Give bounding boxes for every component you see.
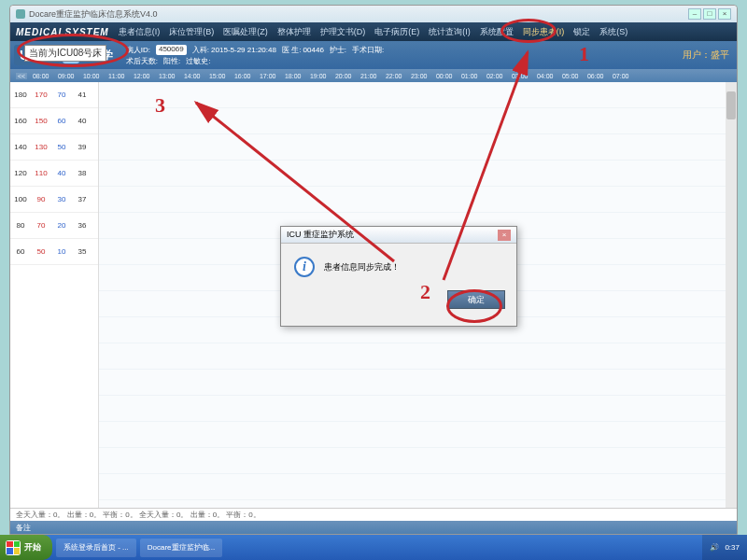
start-label: 开始	[24, 541, 41, 553]
scale-cell: 35	[72, 247, 92, 256]
tray-icon[interactable]: 🔊	[710, 543, 719, 552]
timeline-hour[interactable]: 15:00	[205, 73, 229, 79]
windows-icon	[6, 540, 21, 555]
summary-bar: 全天入量：0。 出量：0。 平衡：0。 全天入量：0。 出量：0。 平衡：0。	[10, 508, 737, 521]
summary-text: 全天入量：0。 出量：0。 平衡：0。 全天入量：0。 出量：0。 平衡：0。	[16, 510, 261, 520]
footer-label: 备注	[16, 523, 31, 533]
label-op-date: 手术日期:	[352, 45, 384, 55]
timeline-hour[interactable]: 03:00	[508, 73, 531, 79]
scale-cell: 30	[51, 195, 72, 203]
minimize-button[interactable]: –	[688, 8, 701, 20]
scale-cell: 37	[72, 195, 92, 203]
vertical-scrollbar[interactable]	[726, 82, 737, 508]
scale-cell: 60	[51, 117, 72, 125]
timeline-hour[interactable]: 00:00	[432, 73, 456, 79]
maximize-button[interactable]: □	[703, 8, 716, 20]
menu-patient-info[interactable]: 患者信息(I)	[119, 26, 161, 38]
menu-stats[interactable]: 统计查询(I)	[429, 26, 471, 38]
menu-sync-patient[interactable]: 同步患者(I)	[523, 26, 565, 38]
timeline-hour[interactable]: 22:00	[382, 73, 405, 79]
tray-clock: 0:37	[725, 543, 740, 552]
timeline-hour[interactable]: 23:00	[407, 73, 430, 79]
menu-bed-mgmt[interactable]: 床位管理(B)	[169, 26, 214, 38]
current-bed-overlay: 当前为ICU08号床	[24, 45, 106, 62]
label-doctor: 医 生: 00446	[282, 45, 324, 55]
footer-bar: 备注	[10, 521, 737, 534]
scale-cell: 38	[72, 169, 92, 177]
timeline-hour[interactable]: 08:00	[29, 73, 52, 79]
dialog-title: ICU 重症监护系统	[287, 229, 354, 241]
dialog-ok-button[interactable]: 确定	[447, 290, 505, 309]
timeline-hour[interactable]: 13:00	[155, 73, 178, 79]
label-postop: 术后天数:	[126, 56, 158, 66]
timeline-hour[interactable]: 18:00	[281, 73, 304, 79]
timeline-hour[interactable]: 01:00	[458, 73, 481, 79]
scale-cell: 40	[51, 169, 72, 177]
menubar: MEDICALSYSTEM 患者信息(I) 床位管理(B) 医嘱处理(Z) 整体…	[10, 22, 737, 41]
taskbar-item-label: Docare重症监护临...	[148, 542, 215, 553]
window-title: Docare重症监护临床信息系统V4.0	[29, 8, 158, 21]
timeline-hour[interactable]: 10:00	[79, 73, 103, 79]
timeline-hour[interactable]: 17:00	[256, 73, 279, 79]
sync-dialog: ICU 重症监护系统 × i 患者信息同步完成！ 确定	[280, 226, 517, 327]
logo: MEDICALSYSTEM	[16, 27, 109, 37]
menu-emr[interactable]: 电子病历(E)	[374, 26, 419, 38]
timeline-hour[interactable]: 16:00	[231, 73, 254, 79]
timeline-hour[interactable]: 06:00	[584, 73, 607, 79]
timeline-hour[interactable]: 20:00	[331, 73, 355, 79]
scale-cell: 130	[31, 143, 51, 151]
vitals-scale: 1801707041 1601506040 1401305039 1201104…	[10, 82, 99, 508]
scale-cell: 10	[51, 247, 72, 256]
timeline-hour[interactable]: 21:00	[357, 73, 380, 79]
scale-cell: 100	[10, 195, 31, 203]
scale-cell: 40	[72, 117, 92, 125]
timeline-hour[interactable]: 19:00	[306, 73, 330, 79]
dialog-message: 患者信息同步完成！	[324, 261, 400, 273]
timeline-hour[interactable]: 09:00	[54, 73, 78, 79]
timeline-hour[interactable]: 04:00	[533, 73, 557, 79]
scale-cell: 70	[51, 91, 72, 99]
scale-cell: 90	[31, 195, 51, 203]
timeline-hour[interactable]: 14:00	[180, 73, 204, 79]
titlebar: Docare重症监护临床信息系统V4.0 – □ ×	[10, 6, 737, 22]
scrollbar-thumb[interactable]	[726, 91, 736, 119]
scale-cell: 70	[31, 221, 51, 230]
patient-infobar: U08 床 周X学 病人ID: 450069 入科: 2015-5-29 21:…	[10, 41, 737, 69]
taskbar-item-label: 系统登录后首页 - ...	[63, 542, 129, 553]
menu-config[interactable]: 系统配置	[480, 26, 514, 38]
scale-cell: 180	[10, 91, 31, 99]
scale-cell: 170	[31, 91, 51, 99]
scale-cell: 20	[51, 221, 72, 230]
scale-cell: 36	[72, 221, 92, 230]
menu-nursing[interactable]: 整体护理	[277, 26, 311, 38]
timeline-hour[interactable]: 05:00	[558, 73, 582, 79]
scale-cell: 150	[31, 117, 51, 125]
menu-lock[interactable]: 锁定	[573, 26, 590, 38]
taskbar: 开始 系统登录后首页 - ... Docare重症监护临... 🔊 0:37	[0, 535, 747, 560]
timeline-hour[interactable]: 12:00	[130, 73, 153, 79]
scale-cell: 160	[10, 117, 31, 125]
start-button[interactable]: 开始	[0, 535, 52, 560]
dialog-titlebar: ICU 重症监护系统 ×	[281, 227, 516, 244]
system-tray[interactable]: 🔊 0:37	[702, 535, 747, 560]
timeline-prev[interactable]: <<	[16, 73, 27, 79]
label-patient-id: 病人ID:	[126, 45, 150, 55]
dialog-close-button[interactable]: ×	[498, 230, 511, 241]
menu-orders[interactable]: 医嘱处理(Z)	[223, 26, 268, 38]
close-button[interactable]: ×	[718, 8, 731, 20]
current-user: 用户：盛平	[683, 49, 729, 62]
scale-cell: 41	[72, 91, 92, 99]
label-admit: 入科: 2015-5-29 21:20:48	[192, 45, 276, 55]
timeline-hour[interactable]: 02:00	[483, 73, 506, 79]
scale-cell: 80	[10, 221, 31, 230]
info-icon: i	[294, 257, 315, 277]
menu-system[interactable]: 系统(S)	[599, 26, 627, 38]
value-patient-id: 450069	[156, 45, 187, 55]
timeline-hour[interactable]: 11:00	[105, 73, 128, 79]
taskbar-item[interactable]: Docare重症监护临...	[140, 539, 222, 557]
scale-cell: 50	[31, 247, 51, 256]
taskbar-item[interactable]: 系统登录后首页 - ...	[56, 539, 136, 557]
timeline-hour[interactable]: 07:00	[609, 73, 632, 79]
menu-nursing-doc[interactable]: 护理文书(D)	[320, 26, 366, 38]
label-positive: 阳性:	[163, 56, 180, 66]
